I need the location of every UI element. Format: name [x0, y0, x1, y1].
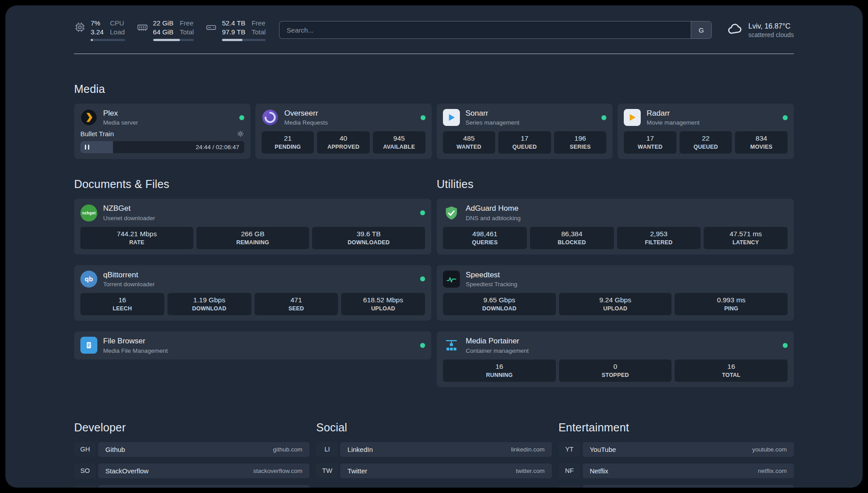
- stat-label: RUNNING: [445, 372, 554, 378]
- service-description: DNS and adblocking: [466, 215, 521, 221]
- stat-label: LEECH: [82, 305, 163, 312]
- playback-progress-bar[interactable]: 24:44 / 02:06:47: [80, 141, 244, 153]
- stat-label: DOWNLOAD: [169, 305, 250, 312]
- stat-label: SERIES: [556, 144, 605, 150]
- service-card-filebrowser[interactable]: File Browser Media File Management: [74, 331, 431, 359]
- service-description: Media server: [103, 119, 138, 126]
- stat-box: 22 QUEUED: [680, 131, 732, 154]
- settings-icon[interactable]: [237, 130, 244, 138]
- stat-label: TOTAL: [676, 372, 786, 378]
- stat-value: 0: [561, 363, 670, 371]
- stat-label: APPROVED: [319, 144, 368, 150]
- bookmark-name: Github: [105, 446, 125, 453]
- stat-value: 21: [263, 134, 313, 142]
- stat-box: 86,384 BLOCKED: [530, 227, 614, 249]
- overseerr-icon: [262, 109, 279, 126]
- disk-icon: [205, 19, 217, 35]
- status-dot: [783, 115, 788, 120]
- stat-value: 40: [319, 134, 368, 142]
- service-card-nzbget[interactable]: nzbget NZBGet Usenet downloader 744.21 M…: [74, 199, 431, 254]
- cloud-icon: [727, 21, 743, 39]
- section-title-documents: Documents & Files: [74, 178, 431, 191]
- stat-value: 471: [256, 296, 337, 304]
- stat-box: 47.571 ms LATENCY: [704, 227, 788, 249]
- service-card-overseerr[interactable]: Overseerr Media Requests 21 PENDING 40 A…: [255, 104, 432, 159]
- bookmark-dev[interactable]: DT DEV dev.to: [74, 485, 309, 488]
- cpu-load: 3.24: [91, 28, 104, 37]
- bookmark-twitter[interactable]: TW Twitter twitter.com: [316, 464, 551, 478]
- bookmark-abbr: LI: [316, 442, 338, 457]
- stat-box: 16 LEECH: [80, 293, 164, 315]
- bookmark-group-developer: Developer GH Github github.com SO StackO…: [74, 421, 309, 488]
- service-card-plex[interactable]: Plex Media server Bullet Train: [74, 104, 250, 159]
- status-dot: [601, 115, 606, 120]
- service-card-adguard[interactable]: AdGuard Home DNS and adblocking 498,461 …: [437, 199, 794, 254]
- stat-value: 744.21 Mbps: [82, 230, 192, 238]
- status-dot: [239, 115, 244, 120]
- service-card-portainer[interactable]: Media Portainer Container management 16 …: [437, 331, 794, 387]
- service-card-sonarr[interactable]: Sonarr Series management 485 WANTED 17 Q…: [437, 104, 613, 159]
- stat-box: 744.21 Mbps RATE: [80, 227, 193, 249]
- service-name: qBittorrent: [103, 271, 155, 280]
- stat-label: UPLOAD: [561, 305, 670, 312]
- cpu-icon: [74, 19, 86, 35]
- stat-label: LATENCY: [705, 239, 786, 246]
- section-title-developer: Developer: [74, 421, 309, 434]
- stat-box: 196 SERIES: [554, 131, 607, 154]
- stat-label: STOPPED: [561, 372, 670, 378]
- bookmark-netflix[interactable]: NF Netflix netflix.com: [559, 464, 794, 478]
- cpu-percent: 7%: [91, 19, 104, 28]
- service-card-speedtest[interactable]: Speedtest Speedtest Tracking 9.65 Gbps D…: [437, 265, 794, 321]
- stat-box: 21 PENDING: [262, 131, 314, 154]
- memory-free: 22 GiB: [153, 19, 174, 28]
- service-description: Speedtest Tracking: [466, 281, 517, 288]
- stat-value: 1.19 Gbps: [169, 296, 250, 304]
- bookmark-stackoverflow[interactable]: SO StackOverflow stackoverflow.com: [74, 464, 309, 478]
- service-name: AdGuard Home: [466, 204, 521, 213]
- bookmark-github[interactable]: GH Github github.com: [74, 442, 309, 457]
- bookmark-abbr: DT: [74, 485, 96, 488]
- status-dot: [421, 115, 426, 120]
- section-title-media: Media: [74, 83, 794, 96]
- stat-box: 834 MOVIES: [735, 131, 788, 154]
- section-title-entertainment: Entertainment: [559, 421, 794, 434]
- status-dot: [420, 343, 425, 348]
- nzbget-icon: nzbget: [80, 205, 97, 221]
- stat-label: QUEUED: [500, 144, 549, 150]
- section-utilities: Utilities AdGuard Home: [437, 178, 794, 387]
- stat-label: FILTERED: [619, 239, 699, 246]
- bookmark-youtube[interactable]: YT YouTube youtube.com: [559, 442, 794, 457]
- bookmark-name: LinkedIn: [347, 446, 373, 453]
- search-provider-button[interactable]: G: [691, 21, 711, 38]
- service-description: Usenet downloader: [103, 215, 155, 221]
- stat-box: 0.993 ms PING: [675, 293, 788, 315]
- bookmark-reddit[interactable]: RE Reddit reddit.com: [559, 485, 794, 488]
- bookmark-name: Netflix: [590, 467, 609, 475]
- stat-box: 945 AVAILABLE: [373, 131, 426, 154]
- bookmark-url: linkedin.com: [511, 446, 545, 453]
- bookmark-abbr: NF: [559, 464, 580, 478]
- stat-label: RATE: [82, 239, 192, 246]
- disk-widget: 52.4 TB 97.9 TB Free Total: [205, 19, 266, 41]
- bookmark-abbr: YT: [559, 442, 580, 457]
- stat-value: 485: [445, 134, 494, 142]
- bookmark-linkedin[interactable]: LI LinkedIn linkedin.com: [316, 442, 551, 457]
- section-documents: Documents & Files nzbget NZBGet Usenet d…: [74, 178, 431, 387]
- search-input[interactable]: [280, 21, 691, 38]
- stat-box: 266 GB REMAINING: [196, 227, 309, 249]
- qbittorrent-icon: qb: [80, 271, 97, 288]
- section-title-utilities: Utilities: [437, 178, 794, 191]
- stat-label: DOWNLOADED: [314, 239, 423, 246]
- stat-label: QUERIES: [445, 239, 525, 246]
- stat-box: 2,953 FILTERED: [617, 227, 701, 249]
- stat-value: 945: [375, 134, 424, 142]
- stat-box: 16 TOTAL: [675, 359, 788, 382]
- service-card-qbittorrent[interactable]: qb qBittorrent Torrent downloader 16 LEE…: [74, 265, 431, 321]
- stat-value: 39.6 TB: [314, 230, 423, 238]
- stat-value: 0.993 ms: [676, 296, 786, 304]
- stat-value: 22: [681, 134, 730, 142]
- service-card-radarr[interactable]: Radarr Movie management 17 WANTED 22 QUE…: [618, 104, 794, 159]
- stat-value: 16: [676, 363, 786, 371]
- stat-box: 0 STOPPED: [559, 359, 672, 382]
- pause-icon[interactable]: [85, 145, 89, 150]
